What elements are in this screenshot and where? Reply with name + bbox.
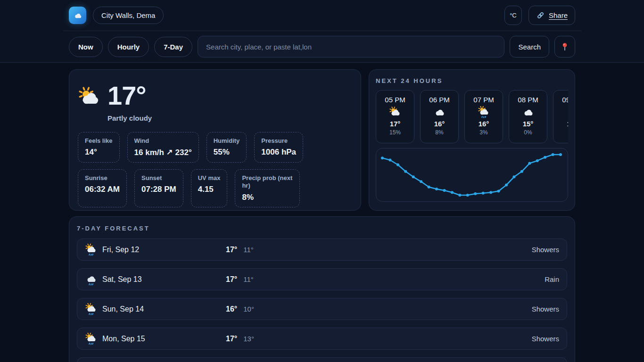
stat-value: 16 km/h ↗ 232° xyxy=(134,148,192,157)
location-chip[interactable]: City Walls, Dema xyxy=(93,7,164,24)
current-temperature: 17° xyxy=(107,82,152,110)
hour-precip-probability: 0% xyxy=(524,129,532,136)
stat-tile: Sunrise06:32 AM xyxy=(78,169,127,207)
forecast-date: Mon, Sep 15 xyxy=(102,335,226,343)
stat-value: 07:28 PM xyxy=(141,185,176,194)
forecast-low-temp: 10° xyxy=(243,305,254,313)
forecast-low-temp: 13° xyxy=(243,335,254,343)
stat-value: 8% xyxy=(242,193,293,202)
forecast-high-temp: 17° xyxy=(226,335,237,343)
cloud-icon xyxy=(566,106,568,118)
forecast-condition: Showers xyxy=(532,246,559,254)
hour-time: 08 PM xyxy=(518,96,538,104)
hour-temp: 16° xyxy=(434,120,445,128)
forecast-date: Fri, Sep 12 xyxy=(102,246,226,254)
forecast-date: Sat, Sep 13 xyxy=(102,275,226,284)
sun-rain-icon xyxy=(85,303,97,315)
hourly-trend-chart xyxy=(376,148,568,202)
app-cloud-icon xyxy=(73,11,83,20)
hour-card: 09 PM15°0% xyxy=(553,90,568,143)
stat-value: 1006 hPa xyxy=(261,148,296,157)
sun-rain-icon xyxy=(85,333,97,345)
next-24-hours-title: NEXT 24 HOURS xyxy=(376,77,568,84)
forecast-high-temp: 17° xyxy=(226,275,237,284)
forecast-row: Sat, Sep 1317°11°Rain xyxy=(77,268,567,290)
stat-label: Precip prob (next hr) xyxy=(242,174,293,190)
stat-label: Wind xyxy=(134,137,192,145)
share-button[interactable]: Share xyxy=(528,6,575,25)
tab-now[interactable]: Now xyxy=(69,37,103,57)
forecast-condition: Showers xyxy=(532,335,559,343)
current-conditions-card: 17° Partly cloudy Feels like14°Wind16 km… xyxy=(69,69,361,211)
rain-icon xyxy=(85,273,97,286)
hour-temp: 16° xyxy=(479,120,489,128)
sun-rain-icon xyxy=(85,244,97,256)
search-input[interactable] xyxy=(198,36,504,58)
stat-tile: Humidity55% xyxy=(206,132,247,163)
hour-card: 05 PM17°15% xyxy=(376,90,414,143)
hour-precip-probability: 3% xyxy=(479,129,487,136)
app-logo xyxy=(69,7,86,24)
current-condition: Partly cloudy xyxy=(107,114,152,122)
current-stats: Feels like14°Wind16 km/h ↗ 232°Humidity5… xyxy=(78,132,352,207)
hourly-cards-strip[interactable]: 05 PM17°15%06 PM16°8%07 PM16°3%08 PM15°0… xyxy=(376,90,568,143)
nav-bar: Now Hourly 7-Day Search xyxy=(63,31,581,62)
forecast-row: Fri, Sep 1217°11°Showers xyxy=(77,239,567,261)
forecast-condition: Rain xyxy=(545,275,559,283)
stat-tile: Feels like14° xyxy=(78,132,120,163)
stat-tile: Sunset07:28 PM xyxy=(134,169,183,207)
share-label: Share xyxy=(549,11,568,19)
hour-time: 05 PM xyxy=(385,96,405,104)
current-hero: 17° Partly cloudy xyxy=(78,78,352,122)
forecast-low-temp: 11° xyxy=(243,275,254,283)
hour-time: 06 PM xyxy=(429,96,449,104)
hour-card: 08 PM15°0% xyxy=(509,90,547,143)
forecast-date: Sun, Sep 14 xyxy=(102,305,226,313)
title-bar: City Walls, Dema °C Share xyxy=(63,0,581,31)
link-icon xyxy=(536,11,545,20)
hour-temp: 15° xyxy=(567,120,568,128)
stat-tile: Pressure1006 hPa xyxy=(254,132,303,163)
forecast-rows: Fri, Sep 1217°11°ShowersSat, Sep 1317°11… xyxy=(77,239,567,362)
stat-value: 55% xyxy=(214,148,240,157)
locate-button[interactable] xyxy=(554,36,575,58)
cloud-icon xyxy=(522,106,534,118)
stat-tile: UV max4.15 xyxy=(191,169,228,207)
forecast-row-partial xyxy=(77,357,567,362)
main-content: 17° Partly cloudy Feels like14°Wind16 km… xyxy=(63,63,581,362)
stat-label: Sunset xyxy=(141,174,176,182)
stat-label: Pressure xyxy=(261,137,296,145)
sun-rain-icon xyxy=(478,106,490,118)
app-header: City Walls, Dema °C Share Now Hourly 7-D… xyxy=(0,0,644,63)
forecast-condition: Showers xyxy=(532,305,559,313)
current-weather-icon xyxy=(78,86,101,109)
hour-temp: 17° xyxy=(390,120,401,128)
unit-toggle-button[interactable]: °C xyxy=(504,6,522,25)
sun-cloud-icon xyxy=(389,106,401,118)
seven-day-forecast-title: 7-DAY FORECAST xyxy=(77,225,567,232)
search-button[interactable]: Search xyxy=(510,36,549,58)
pushpin-icon xyxy=(560,42,570,51)
stat-label: Feels like xyxy=(85,137,113,145)
tab-hourly[interactable]: Hourly xyxy=(108,37,149,57)
stat-label: UV max xyxy=(198,174,221,182)
seven-day-forecast-panel: 7-DAY FORECAST Fri, Sep 1217°11°ShowersS… xyxy=(69,216,575,362)
forecast-row: Sun, Sep 1416°10°Showers xyxy=(77,298,567,320)
forecast-low-temp: 11° xyxy=(243,246,254,254)
forecast-high-temp: 16° xyxy=(226,305,237,313)
tab-7day[interactable]: 7-Day xyxy=(154,37,192,57)
hour-card: 07 PM16°3% xyxy=(464,90,503,143)
stat-value: 4.15 xyxy=(198,185,221,194)
forecast-row: Mon, Sep 1517°13°Showers xyxy=(77,328,567,350)
cloud-icon xyxy=(433,106,446,118)
hour-precip-probability: 15% xyxy=(389,129,401,136)
forecast-high-temp: 17° xyxy=(226,246,237,254)
stat-label: Humidity xyxy=(214,137,240,145)
stat-label: Sunrise xyxy=(85,174,120,182)
hour-time: 09 PM xyxy=(562,96,568,104)
hour-time: 07 PM xyxy=(473,96,494,104)
next-24-hours-panel: NEXT 24 HOURS 05 PM17°15%06 PM16°8%07 PM… xyxy=(369,69,575,211)
hour-precip-probability: 8% xyxy=(435,129,443,136)
stat-value: 14° xyxy=(85,148,113,157)
hour-card: 06 PM16°8% xyxy=(420,90,459,143)
